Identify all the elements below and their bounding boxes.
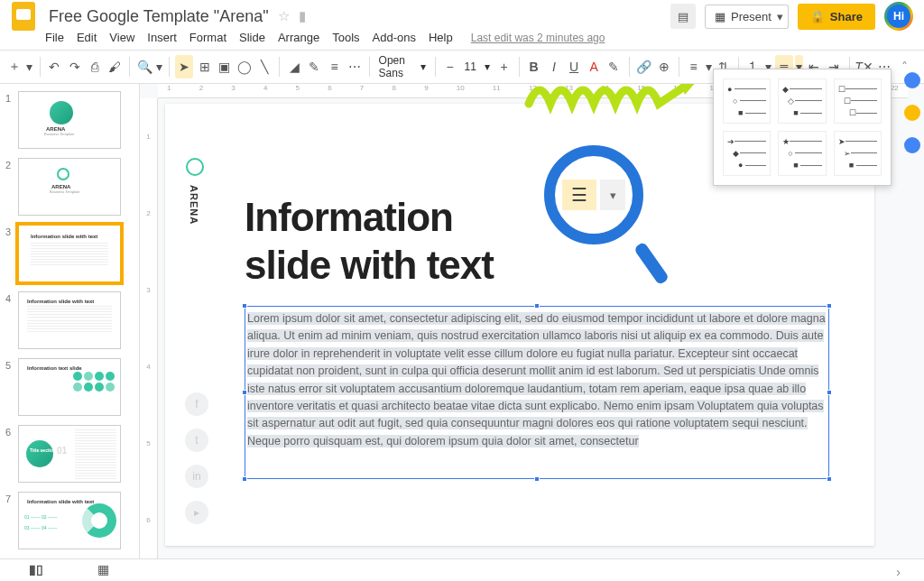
brand-icon [186, 158, 204, 176]
slide-thumb-3[interactable]: Information slide with text [18, 225, 121, 282]
print-button[interactable]: ⎙ [86, 55, 104, 78]
menu-help[interactable]: Help [429, 31, 453, 44]
align-button[interactable]: ≡ [685, 55, 703, 78]
font-size-increase[interactable]: + [495, 55, 513, 78]
menu-format[interactable]: Format [189, 31, 226, 44]
image-tool[interactable]: ▣ [216, 55, 234, 78]
share-button[interactable]: 🔒 Share [798, 4, 875, 30]
zoom-dropdown[interactable]: ▾ [155, 55, 163, 78]
slide-thumb-5[interactable]: Information text slide [18, 358, 121, 416]
bullet-option-3[interactable]: ☐ ☐ ☐ [834, 78, 882, 124]
line-tool[interactable]: ╲ [255, 55, 273, 78]
bullet-option-2[interactable]: ◆ ◇ ■ [778, 78, 826, 124]
font-size-decrease[interactable]: − [440, 55, 458, 78]
font-select[interactable]: Open Sans▾ [375, 56, 430, 78]
italic-button[interactable]: I [545, 55, 563, 78]
align-dropdown[interactable]: ▾ [705, 55, 713, 78]
slide-number: 1 [5, 91, 18, 104]
doc-title[interactable]: Free Google Template "Arena" [45, 7, 269, 26]
comment-insert-button[interactable]: ⊕ [655, 55, 673, 78]
bullet-option-1[interactable]: ● ○ ■ [723, 78, 771, 124]
menu-arrange[interactable]: Arrange [278, 31, 319, 44]
slide-number: 2 [5, 158, 18, 171]
menu-file[interactable]: File [45, 31, 64, 44]
bullet-option-6[interactable]: ➤ ➢ ■ [834, 131, 882, 176]
menu-addons[interactable]: Add-ons [373, 31, 416, 44]
zoom-button[interactable]: 🔍 [135, 55, 153, 78]
filmstrip-view-icon[interactable]: ▮▯ [29, 562, 43, 576]
slide-thumb-6[interactable]: Title section slide 01 [18, 425, 121, 483]
undo-button[interactable]: ↶ [45, 55, 63, 78]
slide-thumb-2[interactable]: ARENA Business Template [18, 158, 121, 216]
side-panel [901, 69, 924, 153]
bullet-option-4[interactable]: ➔ ◆ ● [723, 131, 771, 176]
slide-thumb-4[interactable]: Information slide with text [18, 291, 121, 349]
underline-button[interactable]: U [565, 55, 583, 78]
scroll-right-icon[interactable]: › [896, 565, 901, 579]
tasks-addon-icon[interactable] [904, 137, 920, 153]
menu-slide[interactable]: Slide [239, 31, 265, 44]
menu-insert[interactable]: Insert [147, 31, 177, 44]
calendar-addon-icon[interactable] [904, 72, 920, 88]
last-edit-link[interactable]: Last edit was 2 minutes ago [471, 32, 605, 44]
facebook-icon: f [185, 392, 208, 416]
new-slide-dropdown[interactable]: ▾ [25, 55, 33, 78]
present-label: Present [731, 10, 772, 23]
social-icons: f t in ▸ [185, 392, 208, 524]
border-dash-button[interactable]: ⋯ [346, 55, 364, 78]
link-button[interactable]: 🔗 [634, 55, 652, 78]
paint-format-button[interactable]: 🖌 [106, 55, 124, 78]
menu-tools[interactable]: Tools [332, 31, 359, 44]
annotation-magnifier: ☰ ▾ [544, 145, 661, 263]
highlight-button[interactable]: ✎ [605, 55, 623, 78]
star-icon[interactable]: ☆ [278, 8, 290, 24]
body-text-box[interactable]: Lorem ipsum dolor sit amet, consectetur … [245, 306, 829, 479]
account-avatar[interactable]: Hi [884, 2, 913, 31]
filmstrip: 1 ARENA Business Template 2 ARENA Busine… [0, 84, 140, 558]
folder-icon[interactable]: ▮ [299, 8, 306, 24]
body-text[interactable]: Lorem ipsum dolor sit amet, consectetur … [245, 307, 828, 454]
slide-number: 7 [5, 492, 18, 504]
border-weight-button[interactable]: ≡ [325, 55, 343, 78]
slide-number: 4 [5, 291, 18, 304]
textbox-tool[interactable]: ⊞ [195, 55, 213, 78]
slide-number: 6 [5, 425, 18, 438]
slide-thumb-1[interactable]: ARENA Business Template [18, 91, 121, 149]
share-label: Share [830, 10, 863, 23]
bullet-style-menu: ● ○ ■ ◆ ◇ ■ ☐ ☐ ☐ ➔ ◆ ● ★ ○ ■ ➤ ➢ ■ [713, 69, 892, 186]
magnified-bullet-list-icon: ☰ [562, 180, 596, 210]
keep-addon-icon[interactable] [904, 105, 920, 121]
redo-button[interactable]: ↷ [66, 55, 84, 78]
slide-title[interactable]: Information slide with text [245, 194, 494, 290]
bold-button[interactable]: B [525, 55, 543, 78]
new-slide-button[interactable]: ＋ [5, 55, 23, 78]
slide-number: 3 [5, 225, 18, 237]
menu-view[interactable]: View [109, 31, 134, 44]
fill-color-button[interactable]: ◢ [285, 55, 303, 78]
menu-edit[interactable]: Edit [77, 31, 97, 44]
vertical-ruler: 123456 [140, 98, 158, 558]
magnified-dropdown-icon: ▾ [600, 180, 625, 210]
linkedin-icon: in [185, 465, 208, 488]
present-button[interactable]: ▦ Present [705, 5, 781, 29]
brand-text: ARENA [189, 185, 199, 225]
footer: ▮▯ ▦ [0, 558, 924, 578]
present-dropdown[interactable]: ▾ [772, 5, 789, 29]
bullet-option-5[interactable]: ★ ○ ■ [778, 131, 826, 176]
comments-button[interactable]: ▤ [670, 4, 696, 29]
slide-number: 5 [5, 358, 18, 371]
twitter-icon: t [185, 429, 208, 452]
font-size-select[interactable]: 11▾ [461, 56, 494, 78]
shape-tool[interactable]: ◯ [236, 55, 254, 78]
slide-thumb-7[interactable]: Information slide with text 01 ─── 02 ──… [18, 492, 121, 549]
select-tool[interactable]: ➤ [175, 55, 193, 78]
slides-app-icon[interactable] [7, 0, 40, 32]
grid-view-icon[interactable]: ▦ [97, 562, 109, 576]
border-color-button[interactable]: ✎ [305, 55, 323, 78]
text-color-button[interactable]: A [585, 55, 603, 78]
youtube-icon: ▸ [185, 501, 208, 524]
